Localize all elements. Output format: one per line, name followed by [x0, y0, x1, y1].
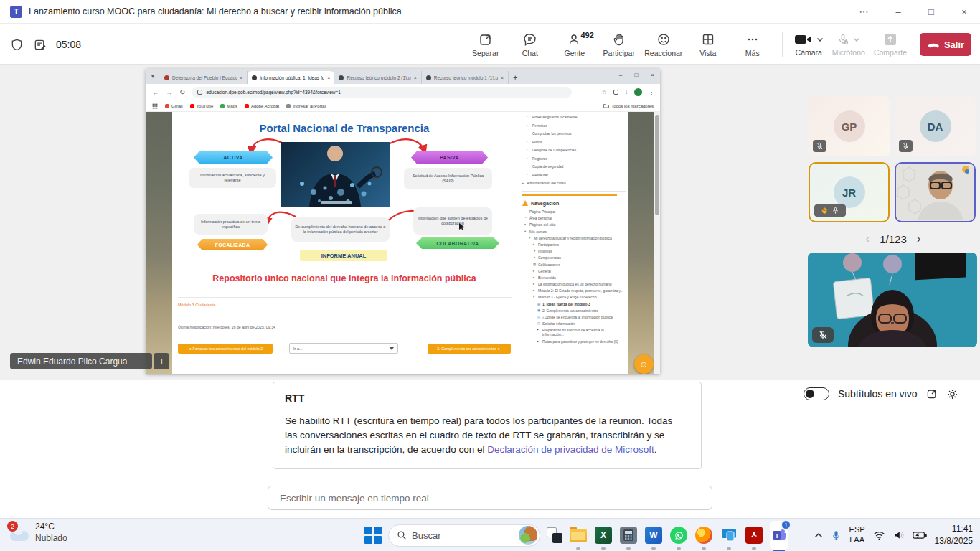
mic-control[interactable]: Micrófono	[829, 33, 868, 57]
bookmark-item[interactable]: Adobe Acrobat	[245, 104, 279, 108]
rtt-message-input[interactable]	[268, 486, 712, 510]
start-button[interactable]	[364, 527, 382, 544]
browser-tab[interactable]: Información pública: 1. Ideas fu ×	[248, 71, 334, 84]
captions-settings-gear-icon[interactable]	[946, 388, 958, 400]
camera-control[interactable]: Cámara	[791, 33, 826, 57]
pager-prev-icon[interactable]: ‹	[866, 232, 870, 246]
course-admin-root[interactable]: Administración del curso	[527, 181, 626, 185]
task-view-button[interactable]	[547, 527, 562, 543]
taskbar-app-firefox[interactable]	[694, 522, 713, 548]
minimize-button[interactable]: –	[882, 0, 914, 24]
tab-close-icon[interactable]: ×	[414, 75, 417, 80]
browser-menu-icon[interactable]: ⋮	[649, 89, 654, 95]
participant-tile-jr[interactable]: JR	[809, 162, 890, 222]
nav-item[interactable]: Participantes	[538, 242, 626, 247]
admin-menu-item[interactable]: Roles asignados localmente	[532, 115, 626, 119]
bookmark-item[interactable]: YouTube	[190, 104, 214, 108]
admin-menu-item[interactable]: Filtros	[532, 140, 626, 144]
nav-item[interactable]: 2. Complementa tus conocimientos	[542, 309, 626, 313]
taskbar-app-remote[interactable]	[720, 522, 738, 548]
taskbar-app-teams[interactable]: T 1	[770, 522, 788, 548]
mic-chevron-icon[interactable]	[853, 37, 860, 42]
new-tab-button[interactable]: +	[509, 74, 522, 82]
salir-button[interactable]: Salir	[920, 33, 971, 56]
nav-item[interactable]: Competencias	[538, 255, 626, 260]
next-activity-button[interactable]: 2. Complementa tus conocimientos ►	[428, 344, 511, 354]
taskbar-clock[interactable]: 11:41 13/8/2025	[935, 523, 973, 547]
apps-grid-icon[interactable]	[152, 103, 158, 109]
nav-item[interactable]: Mi derecho a buscar y recibir informació…	[534, 236, 626, 240]
participant-tile-da[interactable]: DA	[895, 96, 976, 156]
nav-item[interactable]: La información pública es un derecho hum…	[538, 282, 626, 286]
separar-button[interactable]: Separar	[465, 32, 507, 57]
tray-chevron-icon[interactable]	[814, 532, 823, 538]
admin-menu-item[interactable]: Copia de seguridad	[532, 164, 626, 169]
taskbar-search[interactable]: Buscar	[388, 524, 540, 547]
nav-item[interactable]: Insignias	[538, 249, 626, 253]
reaccionar-button[interactable]: Reaccionar	[643, 32, 684, 57]
download-icon[interactable]: ↓	[625, 89, 628, 95]
nav-item[interactable]: Bienvenida	[538, 276, 626, 280]
url-field[interactable]: educacion.dpe.gob.ec/mod/page/view.php?i…	[192, 87, 572, 98]
captions-toggle[interactable]	[804, 387, 829, 400]
nav-item[interactable]: Módulo 2: El Estado respeta, promueve, g…	[538, 288, 626, 293]
taskbar-app-word[interactable]: W	[644, 522, 663, 548]
shield-icon[interactable]	[10, 38, 24, 52]
browser-close-button[interactable]: ×	[644, 69, 660, 80]
nav-item[interactable]: General	[538, 269, 626, 273]
vista-button[interactable]: Vista	[687, 32, 729, 57]
tray-mic-icon[interactable]	[831, 530, 842, 541]
camera-chevron-icon[interactable]	[816, 37, 824, 42]
reload-icon[interactable]: ↻	[179, 88, 185, 96]
popout-captions-icon[interactable]	[926, 388, 938, 400]
taskbar-app-acrobat[interactable]	[745, 522, 763, 548]
bookmark-item[interactable]: Gmail	[165, 104, 183, 108]
share-control[interactable]: Comparte	[871, 33, 910, 57]
zoom-out-button[interactable]: —	[136, 356, 145, 367]
close-button[interactable]: ×	[948, 0, 980, 24]
nav-item[interactable]: Rutas para garantizar y proteger mi dere…	[542, 339, 626, 344]
privacy-link[interactable]: Declaración de privacidad de Microsoft	[487, 444, 654, 455]
tab-close-icon[interactable]: ×	[240, 75, 242, 80]
site-settings-icon[interactable]	[197, 90, 202, 95]
nav-item[interactable]: ¿Dónde se encuentra la información públi…	[542, 315, 626, 319]
bookmark-item[interactable]: Maps	[220, 104, 237, 108]
volume-icon[interactable]	[893, 530, 905, 540]
language-indicator[interactable]: ESP LAA	[849, 525, 865, 545]
browser-tab[interactable]: Recurso teórico módulo 2 (1).p ×	[334, 71, 421, 84]
notes-icon[interactable]	[33, 38, 47, 52]
nav-item[interactable]: Solicitar información	[542, 321, 626, 326]
battery-icon[interactable]	[913, 531, 927, 540]
browser-maximize-button[interactable]: □	[628, 69, 644, 80]
browser-tab[interactable]: Defensoría del Pueblo | Ecuado ×	[160, 71, 248, 84]
nav-item[interactable]: 1. Ideas fuerza del módulo 3	[542, 302, 626, 306]
admin-menu-item[interactable]: Restaurar	[532, 173, 626, 177]
browser-tab[interactable]: Recurso teórico módulo 1 (1).p ×	[422, 71, 509, 84]
weather-widget[interactable]: 2 24°C Nublado	[9, 522, 67, 543]
bookmark-item[interactable]: Ingresar al Portal	[286, 104, 326, 108]
jump-to-select[interactable]: Ir a...	[289, 343, 398, 354]
nav-item[interactable]: Mis cursos	[529, 230, 626, 234]
nav-item[interactable]: Páginas del sitio	[529, 222, 626, 227]
taskbar-app-explorer[interactable]	[569, 522, 588, 548]
zoom-in-button[interactable]: +	[154, 353, 169, 369]
module-link[interactable]: Módulo 3 Ciudadanía	[178, 303, 215, 307]
taskbar-app-calculator[interactable]	[619, 522, 638, 548]
participar-button[interactable]: Participar	[598, 32, 640, 57]
maximize-button[interactable]: □	[915, 0, 947, 24]
nav-item[interactable]: Módulo 3 - Ejerce y exige tu derecho	[538, 295, 626, 299]
gente-button[interactable]: 492 Gente	[554, 32, 595, 57]
tab-search-chevron-icon[interactable]: ▾	[146, 69, 160, 84]
forward-icon[interactable]: →	[166, 88, 173, 96]
wifi-icon[interactable]	[873, 530, 885, 540]
bookmark-star-icon[interactable]: ☆	[602, 89, 607, 95]
admin-menu-item[interactable]: Comprobar los permisos	[532, 131, 626, 136]
taskbar-app-whatsapp[interactable]	[669, 522, 688, 548]
taskbar-app-excel[interactable]: X	[594, 522, 613, 548]
search-highlight-image[interactable]	[519, 526, 537, 545]
participant-tile-gp[interactable]: GP	[809, 96, 890, 156]
tab-close-icon[interactable]: ×	[501, 75, 504, 80]
nav-item[interactable]: Calificaciones	[538, 263, 626, 267]
admin-menu-item[interactable]: Registros	[532, 156, 626, 161]
browser-profile-avatar[interactable]: e	[634, 88, 642, 96]
